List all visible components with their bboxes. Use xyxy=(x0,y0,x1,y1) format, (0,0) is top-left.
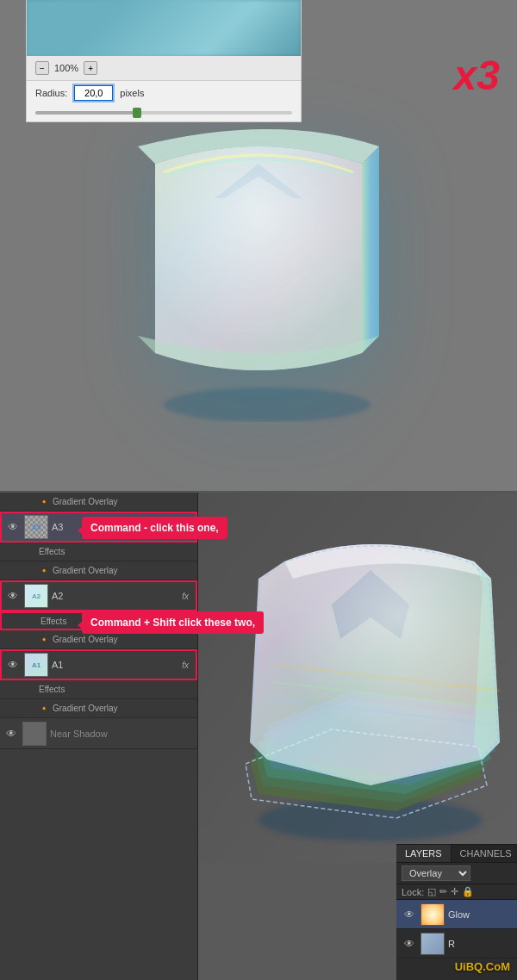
thumbnail-a1: A1 xyxy=(24,653,48,677)
thumbnail-a2: A2 xyxy=(24,584,48,608)
lock-image-icon[interactable]: ✏ xyxy=(439,886,447,897)
radius-row: Radius: pixels xyxy=(27,81,301,105)
eye-icon-a3[interactable]: 👁 xyxy=(5,519,21,535)
go-a1-icon: 🔸 xyxy=(39,704,49,713)
gaussian-preview xyxy=(27,0,301,56)
thumb-r xyxy=(420,933,445,955)
radius-label: Radius: xyxy=(35,88,67,98)
go-a2-label: Gradient Overlay xyxy=(53,635,118,644)
slider-thumb[interactable] xyxy=(133,108,141,118)
effects-a2-wrapper: Effects Command + Shift click these two, xyxy=(0,611,197,630)
lock-position-icon[interactable]: ✛ xyxy=(451,886,458,897)
go-a1-label: Gradient Overlay xyxy=(53,704,118,713)
name-r: R xyxy=(448,939,455,949)
zoom-in-button[interactable]: + xyxy=(84,61,97,75)
top-section: − 100% + Radius: pixels x3 xyxy=(0,0,517,491)
thumbnail-shadow xyxy=(22,722,47,746)
thumbnail-a3: A3 xyxy=(24,515,48,539)
zoom-out-button[interactable]: − xyxy=(35,61,49,75)
holographic-shape xyxy=(112,112,405,422)
lock-row: Lock: ◱ ✏ ✛ 🔒 Fill: 100% ▶ xyxy=(396,884,517,900)
preview-image xyxy=(27,0,301,56)
bottom-section: 🔸 Gradient Overlay 👁 A3 A3 Command - cli… xyxy=(0,491,517,980)
name-glow: Glow xyxy=(448,909,470,920)
gradient-overlay-a1-sub: 🔸 Gradient Overlay xyxy=(0,699,197,718)
lock-icons: ◱ ✏ ✛ 🔒 xyxy=(427,886,474,897)
effects-a2-label: Effects xyxy=(40,617,66,626)
3d-shape-top xyxy=(43,69,474,465)
a2-layer-wrapper: 👁 A2 A2 fx xyxy=(0,580,197,611)
panel-layer-r[interactable]: 👁 R xyxy=(396,929,517,958)
zoom-value: 100% xyxy=(54,63,78,73)
layer-a1[interactable]: 👁 A1 A1 fx xyxy=(0,649,197,680)
effects-a1-sub: Effects xyxy=(0,680,197,699)
fx-badge-a2: fx xyxy=(182,592,189,601)
layer-near-shadow[interactable]: 👁 Near Shadow xyxy=(0,718,197,749)
blend-opacity-row: Overlay Opacity: 100% ▶ xyxy=(396,863,517,884)
radius-slider[interactable] xyxy=(35,111,292,115)
zoom-controls: − 100% + xyxy=(27,56,301,81)
gradient-overlay-top-sub: 🔸 Gradient Overlay xyxy=(0,493,197,512)
gradient-overlay-a3-sub: 🔸 Gradient Overlay xyxy=(0,561,197,580)
layer-name-a2: A2 xyxy=(52,591,182,601)
eye-glow[interactable]: 👁 xyxy=(402,909,417,921)
effects-a3-sub: Effects xyxy=(0,543,197,561)
tab-channels[interactable]: CHANNELS xyxy=(452,845,517,862)
radius-input[interactable] xyxy=(74,85,113,101)
watermark: UiBQ.CoM xyxy=(455,960,510,973)
gradient-overlay-label: Gradient Overlay xyxy=(53,497,118,506)
canvas-editing-area: LAYERS CHANNELS PATHS ≡ Overlay Opacity:… xyxy=(198,493,517,980)
panel-layer-list: 👁 Glow 👁 R ▲ xyxy=(396,900,517,962)
callout-1: Command - click this one, xyxy=(82,517,227,539)
tab-layers[interactable]: LAYERS xyxy=(396,845,452,862)
effects-a1-label: Effects xyxy=(39,685,65,694)
panel-tabs: LAYERS CHANNELS PATHS ≡ xyxy=(396,845,517,863)
lock-all-icon[interactable]: 🔒 xyxy=(462,886,474,897)
eye-icon-a1[interactable]: 👁 xyxy=(5,657,21,673)
panel-layer-glow[interactable]: 👁 Glow xyxy=(396,900,517,929)
effects-a3-label: Effects xyxy=(39,547,65,556)
layer-a2[interactable]: 👁 A2 A2 fx xyxy=(0,580,197,611)
callout-arrow-2 xyxy=(78,618,86,632)
lock-transparent-icon[interactable]: ◱ xyxy=(427,886,436,897)
slider-fill xyxy=(35,111,138,115)
go-a2-icon: 🔸 xyxy=(39,635,49,644)
radius-slider-row xyxy=(27,105,301,121)
layers-sidebar: 🔸 Gradient Overlay 👁 A3 A3 Command - cli… xyxy=(0,493,198,980)
eye-icon-shadow[interactable]: 👁 xyxy=(3,726,19,741)
gaussian-blur-panel: − 100% + Radius: pixels xyxy=(26,0,302,122)
go-a3-label: Gradient Overlay xyxy=(53,566,118,575)
fx-badge-a1: fx xyxy=(182,661,189,670)
layer-name-a1: A1 xyxy=(52,660,182,670)
lock-label: Lock: xyxy=(402,887,424,897)
canvas-svg xyxy=(198,493,517,863)
eye-icon-a2[interactable]: 👁 xyxy=(5,588,21,604)
shape-svg xyxy=(112,112,405,422)
eye-r[interactable]: 👁 xyxy=(402,938,417,950)
go-a3-icon: 🔸 xyxy=(39,566,49,575)
thumb-glow xyxy=(420,903,445,926)
blend-mode-select[interactable]: Overlay xyxy=(402,865,470,881)
callout-arrow-1 xyxy=(78,524,86,537)
a3-layer-wrapper: 👁 A3 A3 Command - click this one, xyxy=(0,512,197,543)
pixels-label: pixels xyxy=(120,88,144,98)
svg-point-0 xyxy=(164,388,371,422)
layer-name-shadow: Near Shadow xyxy=(50,729,194,739)
callout-2: Command + Shift click these two, xyxy=(82,611,264,634)
layer-effect-icon: 🔸 xyxy=(39,497,49,506)
